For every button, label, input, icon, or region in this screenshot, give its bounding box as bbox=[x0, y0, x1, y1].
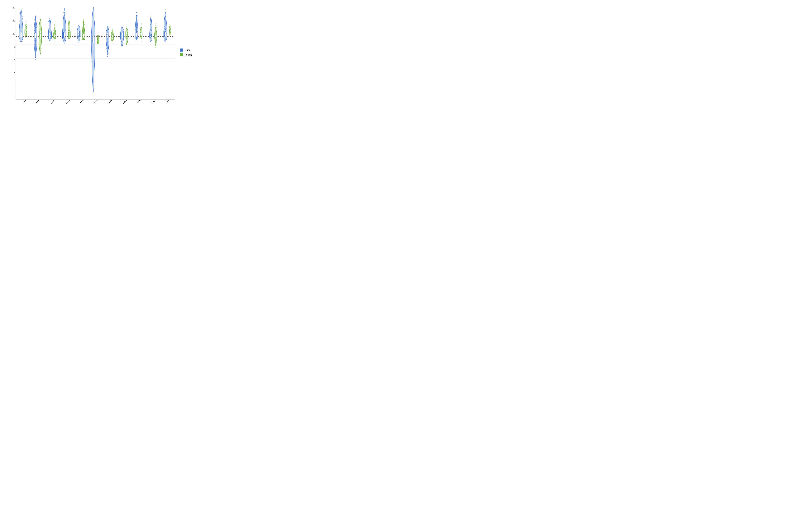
scatter-dot bbox=[156, 43, 157, 43]
scatter-dot bbox=[137, 17, 138, 17]
scatter-dot bbox=[166, 16, 166, 16]
scatter-dot bbox=[21, 13, 21, 13]
scatter-dot bbox=[36, 40, 36, 40]
scatter-dot bbox=[141, 27, 142, 28]
scatter-dot bbox=[41, 41, 41, 42]
outlier-dot bbox=[170, 22, 170, 22]
scatter-dot bbox=[137, 24, 138, 25]
scatter-dot bbox=[54, 27, 54, 28]
scatter-dot bbox=[25, 32, 26, 32]
scatter-dot bbox=[137, 35, 137, 36]
scatter-dot bbox=[122, 44, 122, 45]
scatter-dot bbox=[20, 12, 21, 12]
scatter-dot bbox=[48, 21, 49, 22]
scatter-dot bbox=[21, 24, 21, 24]
scatter-dot bbox=[36, 40, 37, 41]
scatter-dot bbox=[106, 28, 107, 29]
scatter-dot bbox=[156, 38, 156, 38]
scatter-dot bbox=[111, 35, 112, 36]
outlier-dot bbox=[112, 29, 113, 29]
scatter-dot bbox=[97, 38, 98, 39]
scatter-dot bbox=[122, 38, 122, 38]
scatter-dot bbox=[141, 33, 142, 33]
scatter-dot bbox=[111, 38, 112, 39]
scatter-dot bbox=[65, 14, 66, 15]
scatter-dot bbox=[136, 23, 136, 23]
scatter-dot bbox=[121, 45, 122, 46]
scatter-dot bbox=[135, 16, 136, 16]
outlier-dot bbox=[69, 40, 69, 40]
y-tick-label: 8 bbox=[9, 46, 16, 48]
scatter-dot bbox=[171, 32, 171, 32]
scatter-dot bbox=[64, 22, 64, 23]
scatter-dot bbox=[34, 51, 34, 51]
scatter-dot bbox=[121, 35, 121, 35]
scatter-dot bbox=[169, 26, 170, 27]
scatter-dot bbox=[83, 22, 84, 23]
scatter-dot bbox=[121, 30, 122, 30]
scatter-dot bbox=[136, 31, 137, 32]
scatter-dot bbox=[156, 32, 156, 33]
scatter-dot bbox=[69, 37, 70, 37]
scatter-dot bbox=[120, 32, 121, 33]
outlier-dot bbox=[155, 45, 156, 46]
scatter-dot bbox=[21, 9, 21, 9]
scatter-dot bbox=[152, 36, 152, 37]
scatter-dot bbox=[141, 29, 142, 29]
scatter-dot bbox=[98, 37, 99, 37]
scatter-dot bbox=[107, 35, 107, 36]
scatter-dot bbox=[107, 47, 108, 48]
scatter-dot bbox=[69, 23, 69, 24]
scatter-dot bbox=[126, 40, 126, 40]
outlier-dot bbox=[35, 16, 36, 16]
scatter-dot bbox=[34, 30, 35, 31]
outlier-dot bbox=[170, 23, 170, 23]
legend-item: Tumor bbox=[180, 49, 199, 52]
scatter-dot bbox=[107, 49, 107, 49]
scatter-dot bbox=[54, 39, 55, 39]
scatter-dot bbox=[83, 37, 83, 37]
scatter-dot bbox=[98, 40, 99, 40]
scatter-dot bbox=[55, 35, 55, 36]
outlier-dot bbox=[98, 47, 98, 47]
scatter-dot bbox=[150, 21, 151, 21]
scatter-dot bbox=[55, 37, 55, 38]
scatter-dot bbox=[123, 31, 123, 32]
scatter-dot bbox=[26, 26, 26, 26]
scatter-dot bbox=[98, 43, 98, 44]
scatter-dot bbox=[50, 39, 50, 40]
scatter-dot bbox=[83, 26, 84, 27]
scatter-dot bbox=[26, 27, 27, 28]
scatter-dot bbox=[84, 37, 84, 37]
scatter-dot bbox=[65, 29, 66, 30]
scatter-dot bbox=[93, 18, 94, 18]
scatter-dot bbox=[108, 47, 109, 48]
scatter-dot bbox=[106, 45, 107, 46]
scatter-dot bbox=[98, 38, 98, 38]
y-axis-label bbox=[4, 5, 9, 103]
outlier-dot bbox=[64, 43, 65, 44]
scatter-dot bbox=[121, 37, 122, 38]
outlier-dot bbox=[50, 42, 50, 42]
scatter-dot bbox=[70, 31, 70, 32]
outlier-dot bbox=[165, 41, 166, 42]
scatter-dot bbox=[93, 11, 94, 12]
x-tick-labels: BLCABRCACOADHNSCKICHKIRCLUADLUSCPRADTHCA… bbox=[16, 100, 175, 108]
scatter-dot bbox=[35, 47, 35, 48]
scatter-dot bbox=[92, 44, 92, 44]
outlier-dot bbox=[126, 26, 127, 26]
scatter-dot bbox=[49, 34, 49, 34]
outlier-dot bbox=[54, 25, 55, 26]
scatter-dot bbox=[63, 17, 63, 17]
scatter-dot bbox=[126, 37, 127, 38]
scatter-dot bbox=[112, 34, 113, 34]
scatter-dot bbox=[164, 26, 165, 27]
scatter-dot bbox=[22, 24, 23, 25]
scatter-dot bbox=[49, 18, 50, 19]
y-tick-label: 13 bbox=[9, 7, 16, 9]
scatter-dot bbox=[64, 14, 64, 14]
scatter-dot bbox=[98, 40, 98, 40]
scatter-dot bbox=[137, 31, 138, 32]
scatter-dot bbox=[55, 38, 55, 38]
scatter-dot bbox=[150, 25, 150, 26]
